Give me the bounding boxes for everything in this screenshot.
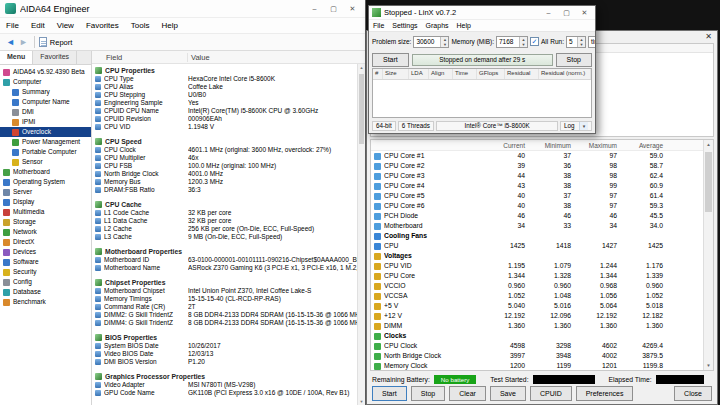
sidebar-item-storage[interactable]: Storage [0, 217, 91, 227]
scrollbar-thumb[interactable] [359, 74, 364, 144]
sidebar-item-summary[interactable]: Summary [0, 87, 91, 97]
log-dropdown[interactable]: Log ▾ [560, 121, 592, 131]
scrollbar[interactable]: ▲ ▼ [357, 64, 365, 405]
all-checkbox[interactable]: ✓ [530, 37, 539, 46]
column-header-item[interactable]: # [373, 69, 383, 79]
sidebar-tab-menu[interactable]: Menu [0, 51, 33, 64]
preferences-button[interactable]: Preferences [576, 386, 634, 401]
sidebar-item-display[interactable]: Display [0, 197, 91, 207]
sidebar-item-portable-computer[interactable]: Portable Computer [0, 147, 91, 157]
linx-titlebar[interactable]: Stopped - LinX v0.7.2 – ▢ ✕ [369, 6, 595, 20]
sidebar-item-multimedia[interactable]: Multimedia [0, 207, 91, 217]
sidebar-item-computer[interactable]: Computer [0, 77, 91, 87]
menu-tools[interactable]: Tools [125, 21, 156, 30]
field-row[interactable]: Video BIOS Date12/03/13 [92, 350, 365, 358]
field-row[interactable]: Video AdapterMSI N780Ti (MS-V298) [92, 381, 365, 389]
menu-file[interactable]: File [369, 22, 388, 29]
sensor-row-vccsa[interactable]: VCCSA1.0521.0481.0561.052 [371, 291, 703, 301]
field-row[interactable]: North Bridge Clock4001.0 MHz [92, 170, 365, 178]
memory-value[interactable]: 7168 [497, 37, 519, 47]
sidebar-item-computer-name[interactable]: Computer Name [0, 97, 91, 107]
report-button[interactable]: Report [50, 38, 73, 47]
sidebar-item-aida64-v5-92-4390-beta[interactable]: AIDA64 v5.92.4390 Beta [0, 67, 91, 77]
sensor-row-cpu-core-3[interactable]: CPU Core #344389862.4 [371, 171, 703, 181]
sensor-row-12-v[interactable]: +12 V12.19212.09612.19212.182 [371, 311, 703, 321]
sidebar-item-power-management[interactable]: Power Management [0, 137, 91, 147]
field-row[interactable]: DMI BIOS VersionP1.20 [92, 358, 365, 366]
column-header-size[interactable]: Size [383, 69, 409, 79]
column-header-value[interactable]: Value [188, 53, 365, 62]
memory-spinner[interactable]: ▲ ▼ [519, 37, 527, 47]
column-header-current[interactable]: Current [483, 142, 529, 149]
field-row[interactable]: CPU FSB100.0 MHz (original: 100 MHz) [92, 162, 365, 170]
sensor-row-pch-diode[interactable]: PCH Diode46464645.5 [371, 211, 703, 221]
field-row[interactable]: Motherboard ID63-0100-000001-00101111-09… [92, 256, 365, 264]
save-button[interactable]: Save [490, 386, 526, 401]
run-unit-select[interactable]: times ▾ [588, 36, 595, 48]
sensor-group-voltages[interactable]: Voltages [371, 251, 703, 261]
menu-graphs[interactable]: Graphs [422, 22, 453, 29]
sensor-row-dimm[interactable]: DIMM1.3601.3601.3601.360 [371, 321, 703, 331]
field-row[interactable]: CPU Clock4601.1 MHz (original: 3600 MHz,… [92, 146, 365, 154]
menu-settings[interactable]: Settings [388, 22, 421, 29]
field-row[interactable]: L2 Cache256 KB per core (On-Die, ECC, Fu… [92, 225, 365, 233]
field-row[interactable]: CPU AliasCoffee Lake [92, 83, 365, 91]
sensor-group-cooling-fans[interactable]: Cooling Fans [371, 231, 703, 241]
sensor-row-north-bridge-clock[interactable]: North Bridge Clock3997394840023879.5 [371, 351, 703, 361]
scrollbar-thumb[interactable] [705, 152, 712, 212]
column-header-lda[interactable]: LDA [409, 69, 429, 79]
sidebar-item-server[interactable]: Server [0, 187, 91, 197]
sensor-row-cpu-vid[interactable]: CPU VID1.1951.0791.2441.176 [371, 261, 703, 271]
forward-icon[interactable]: ► [17, 37, 30, 47]
field-row[interactable]: Motherboard NameASRock Z370 Gaming K6 (3… [92, 264, 365, 272]
problem-size-spinner[interactable]: ▲ ▼ [440, 37, 448, 47]
sensor-row-cpu[interactable]: CPU1425141814271425 [371, 241, 703, 251]
sensor-row-vccio[interactable]: VCCIO0.9600.9600.9680.960 [371, 281, 703, 291]
field-row[interactable]: Motherboard ChipsetIntel Union Point Z37… [92, 287, 365, 295]
menu-favorites[interactable]: Favorites [80, 21, 125, 30]
field-row[interactable]: CPUID Revision000906EAh [92, 115, 365, 123]
run-count-input[interactable]: 5 ▲ ▼ [566, 36, 586, 48]
close-button[interactable]: ✕ [577, 9, 592, 17]
field-row[interactable]: CPUID CPU NameIntel(R) Core(TM) i5-8600K… [92, 107, 365, 115]
sidebar-item-ipmi[interactable]: IPMI [0, 117, 91, 127]
column-header-maximum[interactable]: Maximum [575, 142, 621, 149]
sidebar-item-motherboard[interactable]: Motherboard [0, 167, 91, 177]
field-row[interactable]: Memory Timings15-15-15-40 (CL-RCD-RP-RAS… [92, 295, 365, 303]
sidebar-item-operating-system[interactable]: Operating System [0, 177, 91, 187]
sidebar-item-directx[interactable]: DirectX [0, 237, 91, 247]
problem-size-value[interactable]: 30600 [414, 37, 440, 47]
sensor-row-cpu-core-5[interactable]: CPU Core #540379761.4 [371, 191, 703, 201]
start-button[interactable]: Start [372, 386, 407, 401]
sensor-row-motherboard[interactable]: Motherboard34333434.0 [371, 221, 703, 231]
field-row[interactable]: CPU SteppingU0/B0 [92, 91, 365, 99]
sidebar-item-security[interactable]: Security [0, 267, 91, 277]
field-row[interactable]: DIMM2: G Skill TridentZ8 GB DDR4-2133 DD… [92, 311, 365, 319]
field-row[interactable]: CPU VID1.1948 V [92, 123, 365, 131]
memory-input[interactable]: 7168 ▲ ▼ [496, 36, 528, 48]
field-row[interactable]: DIMM4: G Skill TridentZ8 GB DDR4-2133 DD… [92, 319, 365, 327]
scroll-down-icon[interactable]: ▼ [704, 363, 713, 368]
close-button[interactable]: ✕ [345, 5, 360, 13]
clear-button[interactable]: Clear [449, 386, 486, 401]
aida64-titlebar[interactable]: AIDA64 Engineer – ▢ ✕ [0, 0, 365, 18]
field-row[interactable]: DRAM:FSB Ratio36:3 [92, 186, 365, 194]
sensor-row-cpu-core-6[interactable]: CPU Core #640389759.3 [371, 201, 703, 211]
maximize-button[interactable]: ▢ [559, 9, 574, 17]
spin-down-icon[interactable]: ▼ [578, 42, 585, 47]
close-button[interactable]: Close [674, 386, 712, 401]
sensor-row-cpu-core-1[interactable]: CPU Core #140379759.0 [371, 151, 703, 161]
field-row[interactable]: CPU Multiplier46x [92, 154, 365, 162]
start-button[interactable]: Start [372, 53, 409, 67]
sensor-row-5-v[interactable]: +5 V5.0405.0165.0645.018 [371, 301, 703, 311]
field-row[interactable]: Command Rate (CR)2T [92, 303, 365, 311]
sidebar-item-sensor[interactable]: Sensor [0, 157, 91, 167]
column-header-time[interactable]: Time [453, 69, 477, 79]
scroll-down-icon[interactable]: ▼ [358, 399, 365, 404]
column-header-gflops[interactable]: GFlops [477, 69, 505, 79]
maximize-button[interactable]: ▢ [326, 5, 341, 13]
stop-button[interactable]: Stop [556, 53, 592, 67]
close-icon[interactable]: ✕ [705, 32, 712, 41]
sidebar-tab-favorites[interactable]: Favorites [33, 51, 77, 64]
sidebar-item-devices[interactable]: Devices [0, 247, 91, 257]
